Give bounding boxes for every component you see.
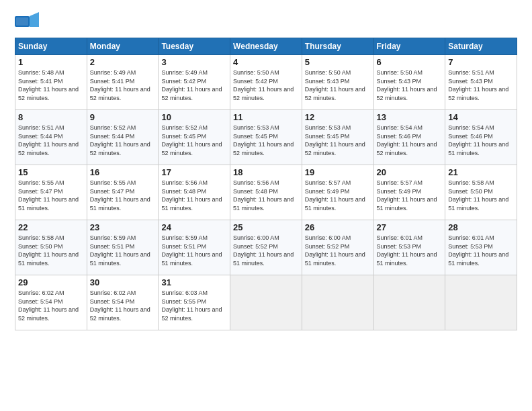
- day-number: 19: [305, 167, 371, 177]
- svg-marker-1: [30, 12, 39, 27]
- day-info: Sunrise: 5:58 AMSunset: 5:50 PMDaylight:…: [448, 179, 514, 212]
- calendar-cell: 27Sunrise: 6:01 AMSunset: 5:53 PMDayligh…: [373, 220, 445, 275]
- day-number: 24: [161, 222, 227, 232]
- day-info: Sunrise: 6:01 AMSunset: 5:53 PMDaylight:…: [377, 234, 443, 267]
- day-number: 10: [161, 112, 227, 122]
- svg-rect-2: [16, 17, 28, 26]
- calendar-week-5: 29Sunrise: 6:02 AMSunset: 5:54 PMDayligh…: [15, 275, 517, 330]
- calendar-week-3: 15Sunrise: 5:55 AMSunset: 5:47 PMDayligh…: [15, 165, 517, 220]
- calendar-cell: 1Sunrise: 5:48 AMSunset: 5:41 PMDaylight…: [15, 55, 87, 110]
- day-info: Sunrise: 5:49 AMSunset: 5:42 PMDaylight:…: [161, 68, 227, 102]
- day-info: Sunrise: 5:55 AMSunset: 5:47 PMDaylight:…: [90, 179, 156, 212]
- calendar-cell: 18Sunrise: 5:56 AMSunset: 5:48 PMDayligh…: [230, 165, 302, 220]
- day-number: 11: [233, 112, 299, 122]
- logo: [15, 12, 42, 31]
- calendar-cell: 17Sunrise: 5:56 AMSunset: 5:48 PMDayligh…: [159, 165, 230, 220]
- day-info: Sunrise: 5:53 AMSunset: 5:45 PMDaylight:…: [233, 124, 299, 157]
- calendar-cell: [445, 275, 517, 330]
- day-info: Sunrise: 5:58 AMSunset: 5:50 PMDaylight:…: [18, 234, 84, 267]
- day-number: 5: [305, 57, 371, 67]
- day-number: 28: [448, 222, 514, 232]
- weekday-header-wednesday: Wednesday: [230, 38, 302, 55]
- calendar-cell: 16Sunrise: 5:55 AMSunset: 5:47 PMDayligh…: [87, 165, 159, 220]
- day-info: Sunrise: 5:51 AMSunset: 5:43 PMDaylight:…: [448, 68, 514, 102]
- day-number: 8: [18, 112, 84, 122]
- day-number: 16: [90, 167, 156, 177]
- day-number: 21: [448, 167, 514, 177]
- day-info: Sunrise: 5:55 AMSunset: 5:47 PMDaylight:…: [18, 179, 84, 212]
- calendar-cell: 23Sunrise: 5:59 AMSunset: 5:51 PMDayligh…: [87, 220, 159, 275]
- day-info: Sunrise: 5:59 AMSunset: 5:51 PMDaylight:…: [90, 234, 156, 267]
- logo-icon: [15, 12, 39, 31]
- day-number: 2: [90, 57, 156, 67]
- calendar: SundayMondayTuesdayWednesdayThursdayFrid…: [15, 38, 517, 330]
- day-number: 12: [305, 112, 371, 122]
- day-info: Sunrise: 5:52 AMSunset: 5:44 PMDaylight:…: [90, 124, 156, 157]
- day-number: 29: [18, 277, 84, 287]
- weekday-header-tuesday: Tuesday: [159, 38, 230, 55]
- weekday-header-friday: Friday: [373, 38, 445, 55]
- day-info: Sunrise: 5:53 AMSunset: 5:45 PMDaylight:…: [305, 124, 371, 157]
- day-number: 9: [90, 112, 156, 122]
- day-info: Sunrise: 5:51 AMSunset: 5:44 PMDaylight:…: [18, 124, 84, 157]
- calendar-cell: 11Sunrise: 5:53 AMSunset: 5:45 PMDayligh…: [230, 110, 302, 165]
- day-number: 3: [161, 57, 227, 67]
- calendar-week-1: 1Sunrise: 5:48 AMSunset: 5:41 PMDaylight…: [15, 55, 517, 110]
- day-info: Sunrise: 5:49 AMSunset: 5:41 PMDaylight:…: [90, 68, 156, 102]
- weekday-header-row: SundayMondayTuesdayWednesdayThursdayFrid…: [15, 38, 517, 55]
- weekday-header-saturday: Saturday: [445, 38, 517, 55]
- calendar-cell: [230, 275, 302, 330]
- calendar-body: 1Sunrise: 5:48 AMSunset: 5:41 PMDaylight…: [15, 55, 517, 330]
- calendar-cell: 2Sunrise: 5:49 AMSunset: 5:41 PMDaylight…: [87, 55, 159, 110]
- day-info: Sunrise: 5:57 AMSunset: 5:49 PMDaylight:…: [305, 179, 371, 212]
- day-info: Sunrise: 5:50 AMSunset: 5:43 PMDaylight:…: [305, 68, 371, 102]
- day-number: 20: [377, 167, 443, 177]
- day-info: Sunrise: 5:50 AMSunset: 5:43 PMDaylight:…: [377, 68, 443, 102]
- calendar-cell: 9Sunrise: 5:52 AMSunset: 5:44 PMDaylight…: [87, 110, 159, 165]
- calendar-cell: 28Sunrise: 6:01 AMSunset: 5:53 PMDayligh…: [445, 220, 517, 275]
- day-info: Sunrise: 5:56 AMSunset: 5:48 PMDaylight:…: [233, 179, 299, 212]
- day-info: Sunrise: 6:01 AMSunset: 5:53 PMDaylight:…: [448, 234, 514, 267]
- calendar-cell: 5Sunrise: 5:50 AMSunset: 5:43 PMDaylight…: [302, 55, 373, 110]
- calendar-cell: 30Sunrise: 6:02 AMSunset: 5:54 PMDayligh…: [87, 275, 159, 330]
- calendar-cell: 29Sunrise: 6:02 AMSunset: 5:54 PMDayligh…: [15, 275, 87, 330]
- day-info: Sunrise: 5:57 AMSunset: 5:49 PMDaylight:…: [377, 179, 443, 212]
- weekday-header-monday: Monday: [87, 38, 159, 55]
- day-number: 27: [377, 222, 443, 232]
- day-number: 18: [233, 167, 299, 177]
- calendar-cell: 24Sunrise: 5:59 AMSunset: 5:51 PMDayligh…: [159, 220, 230, 275]
- calendar-cell: [373, 275, 445, 330]
- day-info: Sunrise: 5:54 AMSunset: 5:46 PMDaylight:…: [448, 124, 514, 157]
- day-number: 14: [448, 112, 514, 122]
- calendar-cell: 7Sunrise: 5:51 AMSunset: 5:43 PMDaylight…: [445, 55, 517, 110]
- day-number: 30: [90, 277, 156, 287]
- calendar-cell: 22Sunrise: 5:58 AMSunset: 5:50 PMDayligh…: [15, 220, 87, 275]
- day-info: Sunrise: 6:00 AMSunset: 5:52 PMDaylight:…: [305, 234, 371, 267]
- calendar-cell: 15Sunrise: 5:55 AMSunset: 5:47 PMDayligh…: [15, 165, 87, 220]
- page: SundayMondayTuesdayWednesdayThursdayFrid…: [0, 0, 532, 411]
- calendar-cell: 3Sunrise: 5:49 AMSunset: 5:42 PMDaylight…: [159, 55, 230, 110]
- day-info: Sunrise: 5:54 AMSunset: 5:46 PMDaylight:…: [377, 124, 443, 157]
- day-number: 23: [90, 222, 156, 232]
- day-info: Sunrise: 5:50 AMSunset: 5:42 PMDaylight:…: [233, 68, 299, 102]
- calendar-cell: 4Sunrise: 5:50 AMSunset: 5:42 PMDaylight…: [230, 55, 302, 110]
- day-info: Sunrise: 5:59 AMSunset: 5:51 PMDaylight:…: [161, 234, 227, 267]
- calendar-cell: 20Sunrise: 5:57 AMSunset: 5:49 PMDayligh…: [373, 165, 445, 220]
- calendar-cell: 6Sunrise: 5:50 AMSunset: 5:43 PMDaylight…: [373, 55, 445, 110]
- calendar-cell: [302, 275, 373, 330]
- header: [15, 12, 517, 31]
- calendar-cell: 25Sunrise: 6:00 AMSunset: 5:52 PMDayligh…: [230, 220, 302, 275]
- day-info: Sunrise: 6:00 AMSunset: 5:52 PMDaylight:…: [233, 234, 299, 267]
- day-number: 4: [233, 57, 299, 67]
- day-info: Sunrise: 6:02 AMSunset: 5:54 PMDaylight:…: [18, 289, 84, 322]
- weekday-header-thursday: Thursday: [302, 38, 373, 55]
- day-info: Sunrise: 5:56 AMSunset: 5:48 PMDaylight:…: [161, 179, 227, 212]
- calendar-cell: 14Sunrise: 5:54 AMSunset: 5:46 PMDayligh…: [445, 110, 517, 165]
- day-number: 6: [377, 57, 443, 67]
- calendar-cell: 21Sunrise: 5:58 AMSunset: 5:50 PMDayligh…: [445, 165, 517, 220]
- calendar-cell: 19Sunrise: 5:57 AMSunset: 5:49 PMDayligh…: [302, 165, 373, 220]
- day-info: Sunrise: 5:48 AMSunset: 5:41 PMDaylight:…: [18, 68, 84, 102]
- calendar-cell: 10Sunrise: 5:52 AMSunset: 5:45 PMDayligh…: [159, 110, 230, 165]
- day-number: 31: [161, 277, 227, 287]
- weekday-header-sunday: Sunday: [15, 38, 87, 55]
